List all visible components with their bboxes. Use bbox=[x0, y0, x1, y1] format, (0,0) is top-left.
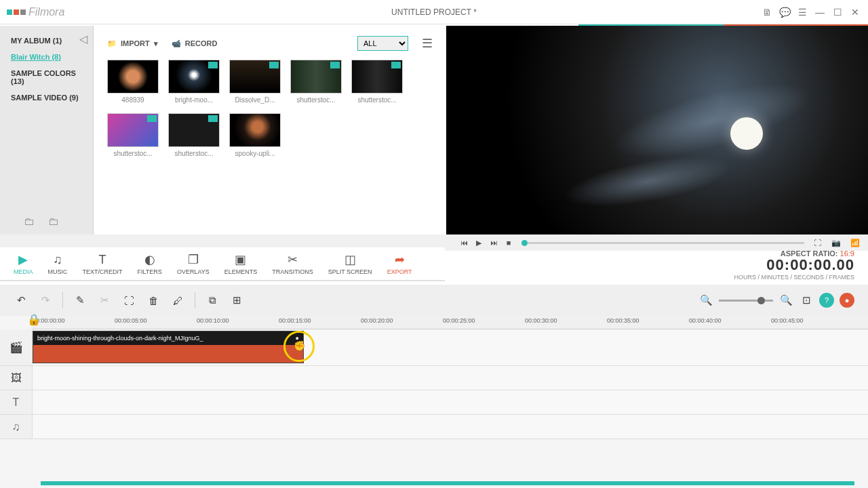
timeline-scrollbar[interactable] bbox=[41, 481, 854, 485]
zoom-out-icon[interactable]: 🔍 bbox=[698, 293, 713, 308]
timecode-units: HOURS / MINUTES / SECONDS / FRAMES bbox=[734, 274, 854, 281]
minimize-button[interactable]: — bbox=[814, 6, 826, 18]
tab-music[interactable]: ♫MUSIC bbox=[48, 253, 68, 275]
tab-split-screen[interactable]: ◫SPLIT SCREEN bbox=[328, 252, 372, 275]
album-sidebar: ◁ MY ALBUM (1) Blair Witch (8) SAMPLE CO… bbox=[0, 26, 94, 235]
filters-icon: ◐ bbox=[144, 252, 155, 267]
app-logo: Filmora bbox=[0, 6, 64, 18]
video-track[interactable]: 🎬 bright-moon-shining-through-clouds-on-… bbox=[0, 329, 868, 366]
text-track-icon: T bbox=[0, 390, 33, 414]
delete-button[interactable]: 🗑 bbox=[146, 293, 161, 308]
tab-transitions[interactable]: ✂TRANSITIONS bbox=[272, 252, 313, 275]
fit-icon[interactable]: ⊡ bbox=[799, 293, 814, 308]
sidebar-collapse-icon[interactable]: ◁ bbox=[79, 33, 87, 45]
preview-panel bbox=[446, 26, 868, 235]
snapshot-icon[interactable]: 📷 bbox=[830, 237, 842, 249]
chat-icon[interactable]: 💬 bbox=[778, 6, 791, 18]
logo-text: Filmora bbox=[28, 6, 64, 18]
media-item[interactable]: Dissolve_D... bbox=[229, 60, 281, 104]
new-folder-icon[interactable]: 🗀 bbox=[24, 216, 35, 228]
detach-button[interactable]: ⧉ bbox=[205, 293, 220, 308]
album-sample-colors[interactable]: SAMPLE COLORS (13) bbox=[0, 65, 93, 89]
crop-button[interactable]: ⛶ bbox=[121, 293, 136, 308]
image-track-icon: 🖼 bbox=[0, 366, 33, 390]
album-blair-witch[interactable]: Blair Witch (8) bbox=[0, 49, 93, 65]
chevron-down-icon: ▾ bbox=[154, 39, 158, 48]
media-filter-select[interactable]: ALL bbox=[357, 36, 408, 51]
media-icon: ▶ bbox=[18, 252, 28, 267]
zoom-in-icon[interactable]: 🔍 bbox=[778, 293, 793, 308]
fullscreen-icon[interactable]: ⛶ bbox=[811, 237, 823, 249]
tab-export[interactable]: ➦EXPORT bbox=[387, 252, 412, 275]
save-icon[interactable]: 🗎 bbox=[761, 6, 773, 18]
split-button[interactable]: ✂ bbox=[97, 293, 112, 308]
overlays-icon: ❐ bbox=[188, 252, 199, 267]
media-item[interactable]: shutterstoc... bbox=[351, 60, 403, 104]
media-item[interactable]: 488939 bbox=[107, 60, 159, 104]
stop-button[interactable]: ■ bbox=[502, 237, 515, 249]
forward-button[interactable]: ⏭ bbox=[488, 237, 500, 249]
folder-icon: 📁 bbox=[107, 39, 117, 48]
volume-icon[interactable]: 📶 bbox=[849, 237, 861, 249]
media-item[interactable]: spooky-upli... bbox=[229, 113, 281, 157]
titlebar: Filmora UNTITLED PROJECT * 🗎 💬 ☰ — ☐ ✕ bbox=[0, 0, 868, 24]
project-title: UNTITLED PROJECT * bbox=[391, 7, 477, 17]
edit-button[interactable]: ✎ bbox=[73, 293, 87, 308]
timeline-ruler[interactable]: 00:00:00:00 00:00:05:00 00:00:10:00 00:0… bbox=[33, 316, 868, 329]
audio-track-icon: ♫ bbox=[0, 415, 33, 439]
media-item[interactable]: bright-moo... bbox=[168, 60, 220, 104]
maximize-button[interactable]: ☐ bbox=[831, 6, 844, 18]
text-track[interactable]: T bbox=[0, 390, 868, 415]
preview-content bbox=[730, 117, 763, 150]
color-button[interactable]: 🖊 bbox=[170, 293, 185, 308]
tab-elements[interactable]: ▣ELEMENTS bbox=[224, 252, 258, 275]
record-button[interactable]: 📹 RECORD bbox=[172, 39, 218, 48]
clip-label: bright-moon-shining-through-clouds-on-da… bbox=[37, 335, 203, 342]
camera-icon: 📹 bbox=[172, 39, 181, 48]
help-button[interactable]: ? bbox=[819, 293, 834, 308]
redo-button[interactable]: ↷ bbox=[38, 293, 53, 308]
record-button-tl[interactable]: ● bbox=[840, 293, 854, 308]
export-icon: ➦ bbox=[395, 252, 405, 267]
tab-filters[interactable]: ◐FILTERS bbox=[138, 252, 162, 275]
view-list-icon[interactable]: ☰ bbox=[422, 36, 433, 51]
record-vo-button[interactable]: ⊞ bbox=[229, 293, 244, 308]
media-item[interactable]: shutterstoc... bbox=[290, 60, 342, 104]
timeline: ↶ ↷ ✎ ✂ ⛶ 🗑 🖊 ⧉ ⊞ 🔍 🔍 ⊡ ? ● 00:00:00:00 … bbox=[0, 285, 868, 488]
drag-cursor-icon: ✊ bbox=[294, 340, 305, 351]
lock-icon[interactable]: 🔒 bbox=[27, 313, 41, 326]
tab-text[interactable]: TTEXT/CREDIT bbox=[83, 253, 123, 275]
media-panel: 📁 IMPORT ▾ 📹 RECORD ALL ☰ 488939 bright-… bbox=[94, 26, 446, 235]
close-button[interactable]: ✕ bbox=[849, 6, 861, 18]
video-track-icon: 🎬 bbox=[0, 329, 33, 365]
zoom-slider[interactable] bbox=[719, 300, 773, 302]
transitions-icon: ✂ bbox=[288, 252, 298, 267]
import-button[interactable]: 📁 IMPORT ▾ bbox=[107, 39, 158, 48]
split-icon: ◫ bbox=[344, 252, 356, 267]
image-track[interactable]: 🖼 bbox=[0, 366, 868, 390]
text-icon: T bbox=[99, 253, 106, 267]
rewind-button[interactable]: ⏮ bbox=[458, 237, 470, 249]
tab-overlays[interactable]: ❐OVERLAYS bbox=[177, 252, 210, 275]
undo-button[interactable]: ↶ bbox=[14, 293, 28, 308]
module-tabs: ▶MEDIA ♫MUSIC TTEXT/CREDIT ◐FILTERS ❐OVE… bbox=[0, 247, 445, 281]
media-item[interactable]: shutterstoc... bbox=[168, 113, 220, 157]
list-icon[interactable]: ☰ bbox=[796, 6, 808, 18]
music-icon: ♫ bbox=[53, 253, 62, 267]
tab-media[interactable]: ▶MEDIA bbox=[14, 252, 33, 275]
media-item[interactable]: shutterstoc... bbox=[107, 113, 159, 157]
elements-icon: ▣ bbox=[235, 252, 246, 267]
audio-track[interactable]: ♫ bbox=[0, 415, 868, 439]
delete-folder-icon[interactable]: 🗀 bbox=[48, 216, 59, 228]
play-button[interactable]: ▶ bbox=[473, 237, 485, 249]
album-sample-video[interactable]: SAMPLE VIDEO (9) bbox=[0, 89, 93, 106]
media-grid: 488939 bright-moo... Dissolve_D... shutt… bbox=[107, 60, 433, 157]
progress-bar[interactable] bbox=[521, 242, 804, 244]
video-clip[interactable]: bright-moon-shining-through-clouds-on-da… bbox=[33, 331, 304, 363]
timecode-display: 00:00:00.00 bbox=[734, 256, 854, 274]
